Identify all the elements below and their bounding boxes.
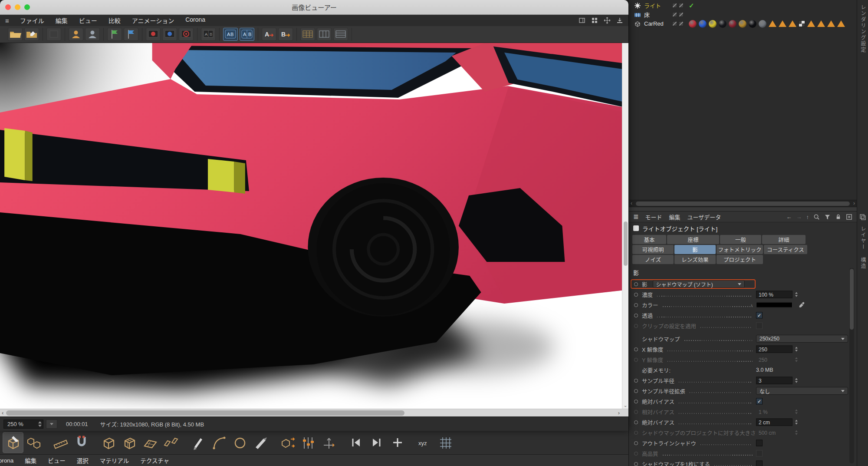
- keyframe-circle[interactable]: [634, 324, 638, 328]
- material-tag[interactable]: [699, 20, 707, 28]
- compare-b-button[interactable]: [85, 28, 100, 41]
- material-tag[interactable]: [709, 20, 717, 28]
- selection-tag[interactable]: [769, 20, 776, 27]
- menu-比較[interactable]: 比較: [108, 16, 121, 25]
- editor-toggle-icon[interactable]: [672, 12, 677, 17]
- side-tab-レイヤー[interactable]: レイヤー: [859, 226, 867, 250]
- tool-extrude[interactable]: [277, 432, 298, 453]
- inactive-button[interactable]: [46, 28, 61, 41]
- material-tag[interactable]: [729, 20, 736, 28]
- dock-icon[interactable]: [616, 17, 623, 24]
- uvw-tag[interactable]: [799, 20, 805, 27]
- editor-toggle-icon[interactable]: [672, 21, 677, 26]
- tab-ノイズ[interactable]: ノイズ: [632, 255, 674, 264]
- compare-a-button[interactable]: [69, 28, 83, 41]
- viewport-horizontal-scrollbar[interactable]: ‹ ›: [0, 409, 628, 416]
- bottom-menu-ビュー[interactable]: ビュー: [48, 456, 66, 465]
- visibility-toggles[interactable]: [672, 21, 684, 26]
- keyframe-circle[interactable]: [634, 410, 638, 414]
- visibility-toggles[interactable]: [672, 3, 684, 8]
- tool-cube[interactable]: [98, 432, 119, 453]
- material-tag[interactable]: [689, 20, 697, 28]
- panel-menu-icon[interactable]: ≣: [633, 213, 638, 221]
- keyframe-circle[interactable]: [634, 314, 638, 317]
- keyframe-circle[interactable]: [634, 400, 638, 403]
- panel-icon[interactable]: [579, 17, 585, 24]
- layout-table-button[interactable]: [300, 28, 315, 41]
- keyframe-circle[interactable]: [634, 420, 638, 424]
- param-value-field[interactable]: 2 cm: [756, 419, 792, 426]
- tool-add[interactable]: [387, 432, 408, 453]
- panel-splitter[interactable]: [629, 207, 857, 212]
- param-dropdown[interactable]: なし: [756, 387, 848, 395]
- object-row-CarRed[interactable]: CarRed: [629, 19, 857, 28]
- scrollbar-thumb[interactable]: [636, 202, 850, 206]
- object-row-床[interactable]: 床: [629, 10, 857, 19]
- bottom-menu-Corona[interactable]: Corona: [0, 457, 13, 464]
- menu-アニメーション[interactable]: アニメーション: [132, 16, 174, 25]
- object-manager-scrollbar[interactable]: ‹ ›: [629, 200, 857, 207]
- b-channel-button[interactable]: B: [278, 28, 293, 41]
- tool-magnet[interactable]: [71, 432, 92, 453]
- lock-icon[interactable]: [835, 214, 842, 220]
- tool-subdivide[interactable]: [119, 432, 140, 453]
- back-icon[interactable]: ←: [786, 214, 792, 220]
- filter-icon[interactable]: [824, 214, 831, 220]
- scrollbar-thumb[interactable]: [850, 269, 854, 330]
- keyframe-circle[interactable]: [634, 462, 638, 466]
- set-image-b-button[interactable]: [124, 28, 138, 41]
- zoom-field[interactable]: 250 %: [3, 420, 43, 429]
- bottom-menu-編集[interactable]: 編集: [25, 456, 36, 465]
- layers-icon[interactable]: [859, 214, 866, 221]
- set-image-a-button[interactable]: [107, 28, 122, 41]
- scroll-right-icon[interactable]: ›: [618, 410, 620, 416]
- scrollbar-thumb[interactable]: [624, 221, 628, 266]
- save-image-button[interactable]: [24, 28, 39, 41]
- tool-edit-mesh[interactable]: [3, 432, 23, 453]
- tool-primitives[interactable]: [23, 432, 44, 453]
- search-icon[interactable]: [813, 214, 820, 220]
- ab-compare-button[interactable]: AB: [223, 28, 238, 41]
- tab-一般[interactable]: 一般: [720, 235, 761, 244]
- param-checkbox[interactable]: ✓: [756, 312, 763, 319]
- menu-Corona[interactable]: Corona: [185, 16, 205, 25]
- keyframe-circle[interactable]: [634, 379, 638, 383]
- scroll-left-icon[interactable]: ‹: [2, 410, 3, 416]
- tab-座標[interactable]: 座標: [667, 235, 719, 244]
- param-checkbox[interactable]: ✓: [756, 398, 763, 405]
- menu-編集[interactable]: 編集: [56, 16, 68, 25]
- color-swatch[interactable]: [756, 302, 792, 308]
- param-dropdown[interactable]: 250x250: [756, 335, 848, 343]
- keyframe-circle[interactable]: [634, 282, 638, 286]
- tool-pen[interactable]: [187, 432, 208, 453]
- material-tag[interactable]: [739, 20, 746, 28]
- viewport-vertical-scrollbar[interactable]: ⌄: [622, 43, 628, 409]
- tab-影[interactable]: 影: [674, 245, 716, 254]
- param-value-field[interactable]: 100 %: [756, 291, 792, 298]
- material-tag[interactable]: [759, 20, 766, 28]
- render-viewport[interactable]: ⌄: [0, 43, 628, 409]
- param-value-field[interactable]: 3: [756, 377, 792, 384]
- bottom-menu-マテリアル[interactable]: マテリアル: [100, 456, 129, 465]
- side-tab-レンダリング設定[interactable]: レンダリング設定: [859, 4, 867, 53]
- move-icon[interactable]: [604, 17, 611, 24]
- keyframe-circle[interactable]: [634, 389, 638, 393]
- selection-tag[interactable]: [789, 20, 796, 27]
- keyframe-circle[interactable]: [634, 441, 638, 445]
- menu-ビュー[interactable]: ビュー: [79, 16, 97, 25]
- selection-tag[interactable]: [837, 20, 845, 27]
- forward-icon[interactable]: →: [796, 214, 802, 220]
- image-b-button[interactable]: [162, 28, 177, 41]
- tool-grid[interactable]: [435, 432, 456, 453]
- render-toggle-icon[interactable]: [679, 21, 684, 26]
- tab-詳細[interactable]: 詳細: [762, 235, 806, 244]
- bottom-menu-選択[interactable]: 選択: [77, 456, 89, 465]
- up-icon[interactable]: ↑: [806, 214, 809, 220]
- shadow-type-dropdown[interactable]: シャドウマップ (ソフト): [653, 280, 745, 288]
- scroll-down-icon[interactable]: ⌄: [622, 403, 628, 408]
- eyedropper-icon[interactable]: [799, 302, 805, 308]
- side-tab-構造[interactable]: 構造: [859, 257, 867, 269]
- render-toggle-icon[interactable]: [679, 12, 684, 17]
- param-checkbox[interactable]: [756, 440, 763, 446]
- tool-plane[interactable]: [140, 432, 161, 453]
